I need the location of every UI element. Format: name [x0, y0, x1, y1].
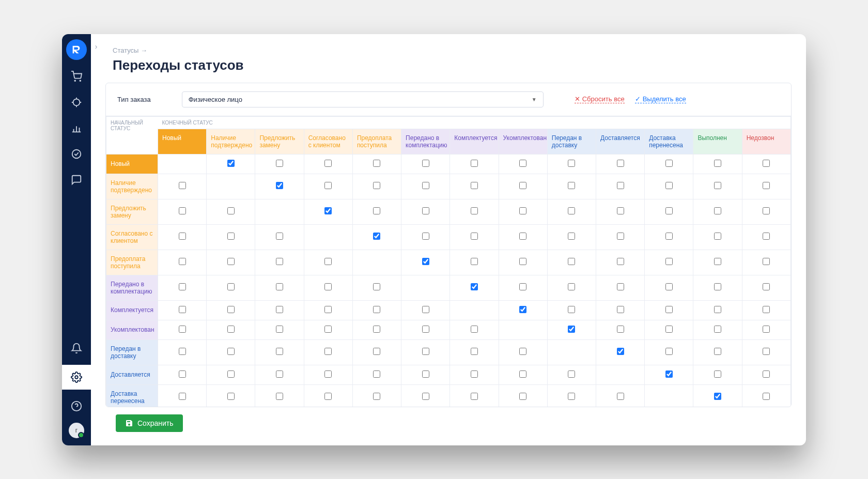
transition-checkbox[interactable]: [665, 233, 673, 240]
transition-checkbox[interactable]: [665, 348, 673, 355]
transition-checkbox[interactable]: [373, 393, 380, 400]
transition-checkbox[interactable]: [471, 207, 478, 214]
transition-checkbox[interactable]: [227, 283, 235, 290]
transition-checkbox[interactable]: [568, 326, 575, 333]
transition-checkbox[interactable]: [519, 283, 526, 290]
transition-checkbox[interactable]: [471, 160, 478, 167]
transition-checkbox[interactable]: [227, 306, 235, 313]
transition-checkbox[interactable]: [763, 306, 770, 313]
transition-checkbox[interactable]: [471, 370, 478, 378]
transition-checkbox[interactable]: [471, 393, 478, 400]
transition-checkbox[interactable]: [665, 160, 673, 167]
transition-checkbox[interactable]: [714, 348, 721, 355]
transition-checkbox[interactable]: [519, 207, 526, 214]
transition-checkbox[interactable]: [422, 160, 429, 167]
transition-checkbox[interactable]: [422, 393, 429, 400]
cart-icon[interactable]: [70, 70, 83, 83]
transition-checkbox[interactable]: [227, 370, 235, 378]
transition-checkbox[interactable]: [617, 233, 624, 240]
transition-checkbox[interactable]: [763, 258, 770, 265]
transition-checkbox[interactable]: [763, 182, 770, 189]
order-type-select[interactable]: Физическое лицо ▼: [182, 91, 544, 107]
transition-checkbox[interactable]: [422, 233, 429, 240]
transition-checkbox[interactable]: [714, 207, 721, 214]
transition-checkbox[interactable]: [617, 182, 624, 189]
transition-checkbox[interactable]: [519, 348, 526, 355]
transition-checkbox[interactable]: [373, 233, 380, 240]
transition-checkbox[interactable]: [617, 306, 624, 313]
transition-checkbox[interactable]: [568, 160, 575, 167]
transition-checkbox[interactable]: [568, 393, 575, 400]
transition-checkbox[interactable]: [422, 207, 429, 214]
transition-checkbox[interactable]: [665, 207, 673, 214]
chat-icon[interactable]: [70, 174, 83, 186]
transition-checkbox[interactable]: [324, 258, 332, 265]
transition-checkbox[interactable]: [373, 306, 380, 313]
transition-checkbox[interactable]: [617, 393, 624, 400]
transition-checkbox[interactable]: [276, 283, 283, 290]
transition-checkbox[interactable]: [519, 160, 526, 167]
chart-icon[interactable]: [70, 122, 83, 134]
transition-checkbox[interactable]: [276, 258, 283, 265]
transition-matrix[interactable]: НАЧАЛЬНЫЙ СТАТУС КОНЕЧНЫЙ СТАТУС НовыйНа…: [106, 116, 791, 407]
help-icon[interactable]: [70, 400, 83, 412]
transition-checkbox[interactable]: [373, 207, 380, 214]
transition-checkbox[interactable]: [617, 348, 624, 355]
transition-checkbox[interactable]: [568, 233, 575, 240]
transition-checkbox[interactable]: [665, 283, 673, 290]
transition-checkbox[interactable]: [276, 326, 283, 333]
transition-checkbox[interactable]: [568, 283, 575, 290]
transition-checkbox[interactable]: [324, 182, 332, 189]
transition-checkbox[interactable]: [179, 326, 186, 333]
transition-checkbox[interactable]: [519, 258, 526, 265]
transition-checkbox[interactable]: [763, 348, 770, 355]
transition-checkbox[interactable]: [714, 182, 721, 189]
transition-checkbox[interactable]: [471, 348, 478, 355]
transition-checkbox[interactable]: [568, 207, 575, 214]
transition-checkbox[interactable]: [471, 258, 478, 265]
transition-checkbox[interactable]: [276, 306, 283, 313]
check-circle-icon[interactable]: [70, 148, 83, 160]
transition-checkbox[interactable]: [568, 306, 575, 313]
transition-checkbox[interactable]: [179, 393, 186, 400]
transition-checkbox[interactable]: [763, 283, 770, 290]
collapse-sidebar-icon[interactable]: ›: [91, 41, 101, 52]
transition-checkbox[interactable]: [617, 258, 624, 265]
transition-checkbox[interactable]: [324, 306, 332, 313]
transition-checkbox[interactable]: [714, 160, 721, 167]
transition-checkbox[interactable]: [422, 182, 429, 189]
transition-checkbox[interactable]: [422, 370, 429, 378]
transition-checkbox[interactable]: [714, 306, 721, 313]
transition-checkbox[interactable]: [665, 326, 673, 333]
transition-checkbox[interactable]: [276, 233, 283, 240]
transition-checkbox[interactable]: [179, 283, 186, 290]
transition-checkbox[interactable]: [324, 160, 332, 167]
transition-checkbox[interactable]: [617, 160, 624, 167]
transition-checkbox[interactable]: [179, 348, 186, 355]
transition-checkbox[interactable]: [471, 233, 478, 240]
transition-checkbox[interactable]: [763, 393, 770, 400]
transition-checkbox[interactable]: [471, 182, 478, 189]
avatar[interactable]: г: [69, 423, 84, 438]
transition-checkbox[interactable]: [665, 258, 673, 265]
transition-checkbox[interactable]: [276, 370, 283, 378]
transition-checkbox[interactable]: [568, 182, 575, 189]
transition-checkbox[interactable]: [714, 258, 721, 265]
transition-checkbox[interactable]: [179, 207, 186, 214]
transition-checkbox[interactable]: [179, 258, 186, 265]
transition-checkbox[interactable]: [373, 160, 380, 167]
transition-checkbox[interactable]: [227, 326, 235, 333]
transition-checkbox[interactable]: [665, 182, 673, 189]
transition-checkbox[interactable]: [324, 370, 332, 378]
transition-checkbox[interactable]: [519, 393, 526, 400]
transition-checkbox[interactable]: [179, 370, 186, 378]
transition-checkbox[interactable]: [568, 370, 575, 378]
transition-checkbox[interactable]: [665, 306, 673, 313]
transition-checkbox[interactable]: [422, 306, 429, 313]
transition-checkbox[interactable]: [714, 370, 721, 378]
transition-checkbox[interactable]: [617, 283, 624, 290]
transition-checkbox[interactable]: [519, 306, 526, 313]
transition-checkbox[interactable]: [617, 207, 624, 214]
transition-checkbox[interactable]: [227, 258, 235, 265]
transition-checkbox[interactable]: [422, 258, 429, 265]
